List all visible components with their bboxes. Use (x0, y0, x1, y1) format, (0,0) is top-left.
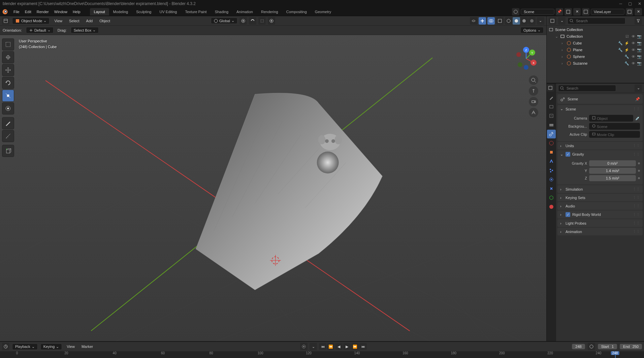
output-tab[interactable] (547, 111, 556, 120)
drag-handle-icon[interactable]: ⋮⋮ (633, 204, 640, 208)
viewlayer-browse-icon[interactable] (582, 8, 589, 15)
scene-browse-icon[interactable] (512, 8, 519, 15)
annotate-tool[interactable] (2, 117, 14, 129)
audio-panel-header[interactable]: › Audio ⋮⋮ (557, 202, 643, 210)
tree-scene-collection[interactable]: Scene Collection (547, 26, 644, 33)
pivot-icon[interactable] (239, 17, 247, 25)
rigid-body-checkbox[interactable]: ✓ (566, 212, 570, 217)
gravity-z-field[interactable]: 1.5 m/s² (589, 175, 636, 181)
constraints-tab[interactable] (547, 184, 556, 193)
3d-viewport[interactable]: User Perspective (248) Collection | Cube… (0, 35, 546, 341)
snap-icon[interactable] (249, 17, 256, 25)
menu-file[interactable]: File (11, 8, 22, 15)
auto-key-icon[interactable] (300, 343, 308, 350)
properties-type-icon[interactable] (547, 84, 554, 92)
tab-texture-paint[interactable]: Texture Paint (181, 8, 211, 15)
mode-dropdown[interactable]: Object Mode ⌄ (12, 18, 50, 24)
view-menu[interactable]: View (52, 18, 64, 24)
camera-field[interactable]: Object (589, 115, 633, 122)
eye-icon[interactable]: 👁 (631, 47, 636, 53)
scene-panel-header[interactable]: ⌄ Scene ⋮⋮ (557, 105, 643, 113)
tab-shading[interactable]: Shading (211, 8, 232, 15)
tree-collection[interactable]: ⌄ Collection ☑ 👁 📷 (547, 33, 644, 40)
tab-animation[interactable]: Animation (232, 8, 257, 15)
shading-options-icon[interactable]: ⌄ (537, 17, 544, 25)
snap-target-icon[interactable]: ⬚ (258, 17, 266, 25)
gizmo-toggle-icon[interactable] (479, 17, 486, 25)
drag-handle-icon[interactable]: ⋮⋮ (633, 143, 640, 148)
eye-icon[interactable]: 👁 (631, 54, 636, 59)
delete-scene-icon[interactable]: ✕ (573, 8, 581, 15)
tab-layout[interactable]: Layout (90, 8, 109, 15)
play-reverse-icon[interactable]: ◀ (335, 343, 343, 350)
select-box-tool[interactable] (2, 38, 14, 51)
tab-uv-editing[interactable]: UV Editing (155, 8, 181, 15)
gravity-y-field[interactable]: 1.4 m/s² (589, 168, 636, 174)
sphere-object[interactable] (317, 152, 339, 173)
menu-window[interactable]: Window (52, 8, 70, 15)
units-panel-header[interactable]: › Units ⋮⋮ (557, 142, 643, 150)
collection-checkbox-icon[interactable]: ☑ (624, 34, 630, 39)
minimize-icon[interactable]: ─ (619, 1, 622, 6)
modifier-tab[interactable] (547, 157, 556, 166)
tree-item-sphere[interactable]: › Sphere 🔧 👁 📷 (547, 53, 644, 60)
tab-rendering[interactable]: Rendering (257, 8, 282, 15)
wrench-icon[interactable]: 🔧 (624, 54, 630, 59)
filter-icon[interactable] (635, 17, 642, 25)
data-tab[interactable] (547, 193, 556, 202)
plane-object[interactable] (196, 93, 382, 290)
eye-icon[interactable]: 👁 (631, 34, 636, 39)
expand-toggle-icon[interactable]: ⌄ (555, 34, 559, 39)
drag-dropdown[interactable]: Select Box ⌄ (71, 27, 99, 33)
proportional-icon[interactable] (268, 17, 275, 25)
tree-item-plane[interactable]: › Plane 🔧 ⚡ 👁 📷 (547, 46, 644, 53)
close-icon[interactable]: ✕ (638, 1, 641, 6)
pin-icon[interactable]: 📌 (635, 97, 640, 101)
play-icon[interactable]: ▶ (343, 343, 351, 350)
wireframe-shading-icon[interactable] (505, 17, 512, 25)
physics-tab[interactable] (547, 175, 556, 184)
select-menu[interactable]: Select (67, 18, 82, 24)
playback-dropdown[interactable]: Playback ⌄ (12, 344, 38, 350)
world-tab[interactable] (547, 139, 556, 148)
jump-start-icon[interactable]: ⏮ (319, 343, 326, 350)
expand-toggle-icon[interactable]: › (561, 41, 566, 45)
eye-icon[interactable]: 👁 (631, 40, 636, 46)
tab-sculpting[interactable]: Sculpting (132, 8, 155, 15)
render-icon[interactable]: 📷 (637, 40, 642, 46)
drag-handle-icon[interactable]: ⋮⋮ (633, 107, 640, 111)
outliner-type-icon[interactable] (549, 17, 556, 25)
tree-item-cube[interactable]: › Cube 🔧 ⚡ 👁 📷 (547, 40, 644, 46)
move-tool[interactable] (2, 64, 14, 76)
wrench-icon[interactable]: 🔧 (618, 40, 623, 46)
camera-gizmo-icon[interactable] (529, 97, 538, 106)
orientation-dropdown[interactable]: Global ⌄ (211, 18, 237, 24)
render-tab[interactable] (547, 102, 556, 111)
light-probes-panel-header[interactable]: › Light Probes ⋮⋮ (557, 219, 643, 227)
gravity-panel-header[interactable]: ⌄ ✓ Gravity ⋮⋮ (557, 150, 643, 158)
display-mode-icon[interactable]: ⌄ (558, 17, 566, 25)
start-frame-field[interactable]: Start 1 (598, 344, 617, 349)
render-icon[interactable]: 📷 (637, 34, 642, 39)
lock-range-icon[interactable] (588, 343, 595, 350)
solid-shading-icon[interactable] (513, 17, 520, 25)
end-frame-field[interactable]: End 250 (620, 344, 642, 349)
simulation-panel-header[interactable]: › Simulation ⋮⋮ (557, 185, 643, 193)
expand-toggle-icon[interactable]: › (561, 55, 566, 59)
rendered-shading-icon[interactable] (528, 17, 536, 25)
drag-handle-icon[interactable]: ⋮⋮ (633, 221, 640, 225)
delete-viewlayer-icon[interactable]: ✕ (635, 8, 642, 15)
tab-modeling[interactable]: Modeling (109, 8, 132, 15)
material-shading-icon[interactable] (520, 17, 528, 25)
pin-scene-icon[interactable]: 📌 (556, 8, 563, 15)
render-icon[interactable]: 📷 (637, 47, 642, 53)
transform-tool[interactable] (2, 102, 14, 115)
object-menu[interactable]: Object (97, 18, 112, 24)
jump-end-icon[interactable]: ⏭ (359, 343, 367, 350)
viewlayer-tab[interactable] (547, 121, 556, 129)
tool-tab[interactable] (547, 93, 556, 102)
eyedropper-icon[interactable]: 💉 (635, 116, 640, 121)
add-cube-tool[interactable]: + (2, 145, 14, 157)
add-menu[interactable]: Add (84, 18, 95, 24)
options-dropdown[interactable]: Options ⌄ (520, 27, 544, 33)
